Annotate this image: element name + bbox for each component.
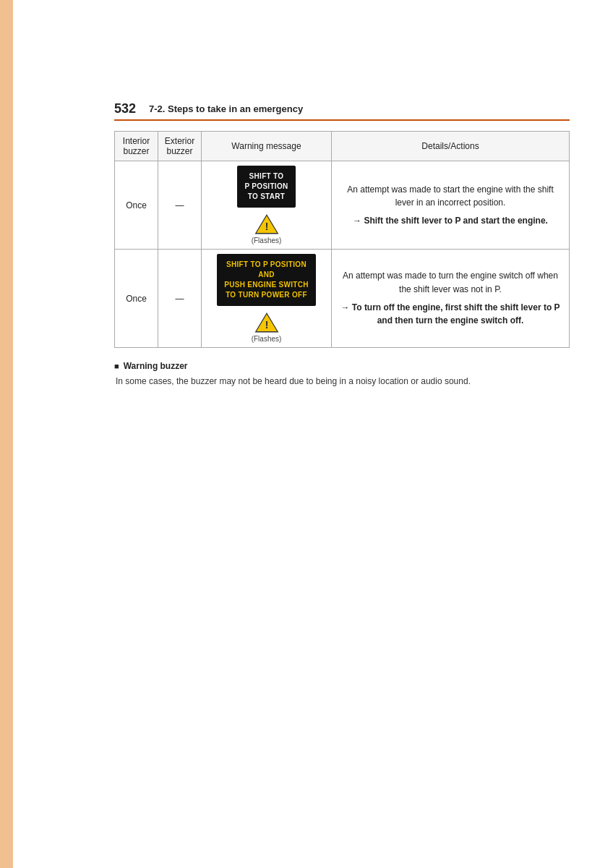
header-exterior-buzzer: Exterior buzzer <box>158 132 202 161</box>
interior-buzzer-cell-2: Once <box>115 250 158 348</box>
header-warning-message: Warning message <box>202 132 332 161</box>
warning-buzzer-heading: Warning buzzer <box>114 361 570 371</box>
warning-table: Interior buzzer Exterior buzzer Warning … <box>114 131 570 348</box>
warning-icon-group-2: SHIFT TO P POSITIONANDPUSH ENGINE SWITCH… <box>207 254 325 343</box>
table-row: Once — SHIFT TO P POSITIONANDPUSH ENGINE… <box>115 250 570 348</box>
flashes-label-2: (Flashes) <box>252 335 282 343</box>
warning-message-cell-1: SHIFT TOP POSITIONTO START ! (Flashes) <box>202 161 332 250</box>
warning-triangle-icon-2: ! <box>254 312 279 333</box>
table-header-row: Interior buzzer Exterior buzzer Warning … <box>115 132 570 161</box>
warning-icon-group-1: SHIFT TOP POSITIONTO START ! (Flashes) <box>207 166 325 244</box>
details-cell-2: An attempt was made to turn the engine s… <box>332 250 570 348</box>
details-main-text-1: An attempt was made to start the engine … <box>347 184 554 208</box>
warning-display-1: SHIFT TOP POSITIONTO START <box>237 166 295 208</box>
warning-display-2: SHIFT TO P POSITIONANDPUSH ENGINE SWITCH… <box>217 254 316 306</box>
table-row: Once — SHIFT TOP POSITIONTO START ! (Fla… <box>115 161 570 250</box>
svg-text:!: ! <box>265 221 268 233</box>
exterior-buzzer-cell-2: — <box>158 250 202 348</box>
header-interior-buzzer: Interior buzzer <box>115 132 158 161</box>
details-arrow-1: → Shift the shift lever to P and start t… <box>338 214 563 228</box>
page-number: 532 <box>114 101 136 116</box>
svg-text:!: ! <box>265 319 268 331</box>
warning-triangle-icon-1: ! <box>254 213 279 235</box>
page-title: 7-2. Steps to take in an emergency <box>149 103 303 114</box>
warning-buzzer-body: In some cases, the buzzer may not be hea… <box>114 375 570 388</box>
exterior-buzzer-cell-1: — <box>158 161 202 250</box>
warning-message-cell-2: SHIFT TO P POSITIONANDPUSH ENGINE SWITCH… <box>202 250 332 348</box>
header-details-actions: Details/Actions <box>332 132 570 161</box>
content-area: 532 7-2. Steps to take in an emergency I… <box>13 0 613 868</box>
details-arrow-2: → To turn off the engine, first shift th… <box>338 301 563 328</box>
details-main-text-2: An attempt was made to turn the engine s… <box>343 271 558 294</box>
page-header: 532 7-2. Steps to take in an emergency <box>114 101 570 121</box>
left-bar <box>0 0 13 868</box>
details-cell-1: An attempt was made to start the engine … <box>332 161 570 250</box>
interior-buzzer-cell-1: Once <box>115 161 158 250</box>
flashes-label-1: (Flashes) <box>252 237 282 244</box>
